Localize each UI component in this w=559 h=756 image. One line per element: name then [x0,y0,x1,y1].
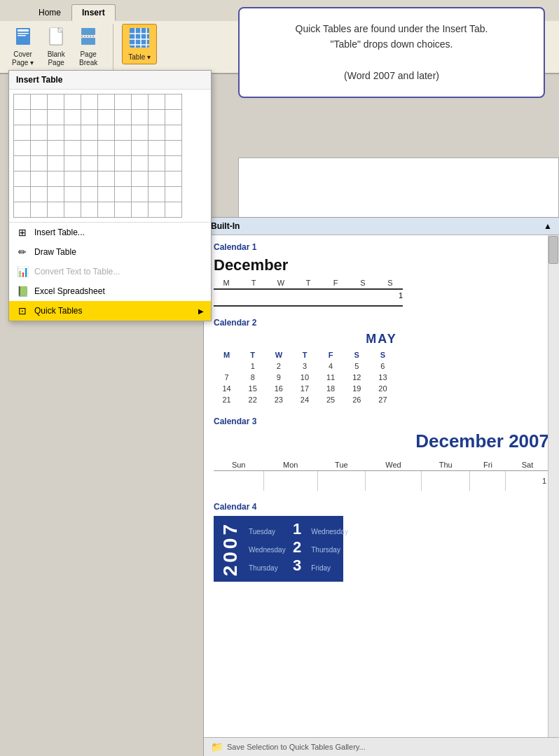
grid-cell-7-1[interactable] [31,202,48,218]
grid-cell-3-4[interactable] [81,141,98,156]
grid-cell-3-8[interactable] [149,141,165,156]
qt-footer[interactable]: 📁 Save Selection to Quick Tables Gallery… [204,737,559,756]
tab-home[interactable]: Home [28,4,71,21]
grid-cell-0-4[interactable] [81,94,98,110]
grid-cell-6-0[interactable] [14,187,31,202]
table-grid[interactable] [13,94,182,218]
grid-cell-6-9[interactable] [165,187,182,202]
grid-cell-1-7[interactable] [132,110,149,125]
grid-cell-5-9[interactable] [165,172,182,187]
grid-cell-5-8[interactable] [149,172,165,187]
grid-cell-1-6[interactable] [115,110,132,125]
grid-cell-3-2[interactable] [48,141,64,156]
cal4-row-3: Thursday 3 Friday 18 [249,558,380,573]
blank-page-button[interactable]: BlankPage [40,24,72,70]
grid-cell-1-0[interactable] [14,110,31,125]
grid-cell-0-8[interactable] [149,94,165,110]
grid-cell-3-0[interactable] [14,141,31,156]
grid-cell-7-6[interactable] [115,202,132,218]
menu-item-insert-table[interactable]: ⊞Insert Table... [9,223,211,242]
grid-cell-5-3[interactable] [64,172,81,187]
grid-cell-7-5[interactable] [98,202,115,218]
grid-cell-5-5[interactable] [98,172,115,187]
cover-page-button[interactable]: CoverPage ▾ [6,24,40,70]
grid-cell-0-5[interactable] [98,94,115,110]
grid-cell-6-8[interactable] [149,187,165,202]
grid-cell-1-3[interactable] [64,110,81,125]
menu-item-draw-table[interactable]: ✏Draw Table [9,242,211,262]
grid-cell-7-2[interactable] [48,202,64,218]
grid-cell-2-8[interactable] [149,125,165,141]
grid-cell-0-3[interactable] [64,94,81,110]
grid-cell-5-1[interactable] [31,172,48,187]
grid-cell-3-3[interactable] [64,141,81,156]
grid-cell-7-7[interactable] [132,202,149,218]
grid-cell-7-4[interactable] [81,202,98,218]
grid-cell-6-1[interactable] [31,187,48,202]
grid-cell-4-0[interactable] [14,156,31,172]
grid-cell-0-6[interactable] [115,94,132,110]
grid-cell-2-5[interactable] [98,125,115,141]
grid-cell-6-7[interactable] [132,187,149,202]
grid-cell-4-7[interactable] [132,156,149,172]
scroll-up-btn[interactable]: ▲ [544,221,552,231]
grid-cell-4-6[interactable] [115,156,132,172]
grid-cell-1-1[interactable] [31,110,48,125]
menu-item-excel-spreadsheet[interactable]: 📗Excel Spreadsheet [9,281,211,301]
grid-cell-4-8[interactable] [149,156,165,172]
grid-cell-6-4[interactable] [81,187,98,202]
grid-cell-4-9[interactable] [165,156,182,172]
scrollbar-thumb[interactable] [548,236,558,264]
grid-cell-4-2[interactable] [48,156,64,172]
grid-cell-0-9[interactable] [165,94,182,110]
grid-cell-7-9[interactable] [165,202,182,218]
grid-cell-3-5[interactable] [98,141,115,156]
grid-cell-1-4[interactable] [81,110,98,125]
table-button[interactable]: Table ▾ [122,24,157,64]
grid-cell-5-4[interactable] [81,172,98,187]
grid-cell-5-0[interactable] [14,172,31,187]
grid-cell-1-2[interactable] [48,110,64,125]
grid-cell-4-1[interactable] [31,156,48,172]
grid-cell-2-4[interactable] [81,125,98,141]
grid-cell-2-9[interactable] [165,125,182,141]
grid-area[interactable] [9,90,211,222]
grid-cell-5-2[interactable] [48,172,64,187]
grid-cell-1-5[interactable] [98,110,115,125]
grid-cell-1-8[interactable] [149,110,165,125]
grid-cell-2-0[interactable] [14,125,31,141]
grid-cell-0-0[interactable] [14,94,31,110]
grid-cell-0-2[interactable] [48,94,64,110]
grid-cell-4-3[interactable] [64,156,81,172]
grid-cell-7-3[interactable] [64,202,81,218]
grid-cell-3-7[interactable] [132,141,149,156]
grid-cell-1-9[interactable] [165,110,182,125]
menu-item-convert-text: 📊Convert Text to Table... [9,262,211,281]
grid-cell-2-2[interactable] [48,125,64,141]
grid-cell-6-2[interactable] [48,187,64,202]
grid-cell-0-7[interactable] [132,94,149,110]
grid-cell-2-7[interactable] [132,125,149,141]
grid-cell-5-6[interactable] [115,172,132,187]
grid-cell-6-5[interactable] [98,187,115,202]
grid-cell-4-5[interactable] [98,156,115,172]
grid-cell-6-6[interactable] [115,187,132,202]
qt-footer-label[interactable]: Save Selection to Quick Tables Gallery..… [227,743,366,751]
grid-cell-2-6[interactable] [115,125,132,141]
grid-cell-3-6[interactable] [115,141,132,156]
grid-cell-4-4[interactable] [81,156,98,172]
grid-cell-2-3[interactable] [64,125,81,141]
grid-cell-5-7[interactable] [132,172,149,187]
menu-item-quick-tables[interactable]: ⊡Quick Tables▶ [9,301,211,321]
page-break-button[interactable]: PageBreak [72,24,104,70]
grid-cell-3-1[interactable] [31,141,48,156]
grid-cell-2-1[interactable] [31,125,48,141]
grid-cell-6-3[interactable] [64,187,81,202]
scrollbar-track[interactable] [548,235,559,737]
grid-cell-7-0[interactable] [14,202,31,218]
grid-cell-0-1[interactable] [31,94,48,110]
grid-cell-3-9[interactable] [165,141,182,156]
qt-scroll-area[interactable]: Calendar 1 December M T W T F S S 1 [204,235,559,737]
tab-insert[interactable]: Insert [71,4,116,21]
grid-cell-7-8[interactable] [149,202,165,218]
